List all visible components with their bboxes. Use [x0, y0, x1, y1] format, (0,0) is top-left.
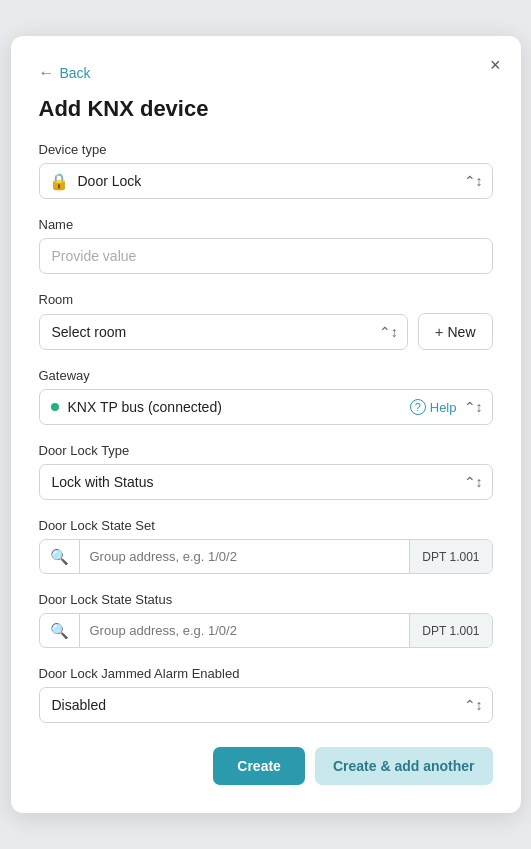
device-type-select-wrapper: 🔒 Door Lock ⌃↕ [39, 163, 493, 199]
back-link[interactable]: ← Back [39, 64, 493, 82]
search-icon: 🔍 [50, 622, 69, 640]
room-select[interactable]: Select room [39, 314, 408, 350]
door-lock-jammed-select-wrapper: Disabled ⌃↕ [39, 687, 493, 723]
door-lock-type-select[interactable]: Lock with Status [39, 464, 493, 500]
help-button[interactable]: ? Help [410, 399, 457, 415]
name-input[interactable] [39, 238, 493, 274]
door-lock-type-label: Door Lock Type [39, 443, 493, 458]
create-button[interactable]: Create [213, 747, 305, 785]
new-room-button[interactable]: + New [418, 313, 493, 350]
door-lock-jammed-label: Door Lock Jammed Alarm Enabled [39, 666, 493, 681]
add-knx-device-modal: × ← Back Add KNX device Device type 🔒 Do… [11, 36, 521, 813]
door-lock-state-status-dpt: DPT 1.001 [409, 614, 491, 647]
door-lock-state-status-input[interactable] [80, 614, 410, 647]
door-lock-state-set-search-button[interactable]: 🔍 [40, 540, 80, 573]
room-row: Select room ⌃↕ + New [39, 313, 493, 350]
door-lock-state-set-row: 🔍 DPT 1.001 [39, 539, 493, 574]
door-lock-state-set-label: Door Lock State Set [39, 518, 493, 533]
device-type-select[interactable]: Door Lock [39, 163, 493, 199]
door-lock-state-set-field: Door Lock State Set 🔍 DPT 1.001 [39, 518, 493, 574]
footer-buttons: Create Create & add another [39, 747, 493, 785]
door-lock-state-status-row: 🔍 DPT 1.001 [39, 613, 493, 648]
search-icon: 🔍 [50, 548, 69, 566]
gateway-label: Gateway [39, 368, 493, 383]
plus-icon: + [435, 323, 444, 340]
name-field: Name [39, 217, 493, 274]
room-field: Room Select room ⌃↕ + New [39, 292, 493, 350]
back-arrow-icon: ← [39, 64, 55, 82]
room-select-wrapper: Select room ⌃↕ [39, 314, 408, 350]
device-type-label: Device type [39, 142, 493, 157]
door-lock-type-field: Door Lock Type Lock with Status ⌃↕ [39, 443, 493, 500]
close-button[interactable]: × [486, 52, 505, 78]
door-lock-state-status-label: Door Lock State Status [39, 592, 493, 607]
create-add-another-button[interactable]: Create & add another [315, 747, 493, 785]
gateway-select-wrapper: KNX TP bus (connected) ? Help ⌃↕ [39, 389, 493, 425]
door-lock-state-status-field: Door Lock State Status 🔍 DPT 1.001 [39, 592, 493, 648]
door-lock-jammed-select[interactable]: Disabled [39, 687, 493, 723]
door-lock-jammed-field: Door Lock Jammed Alarm Enabled Disabled … [39, 666, 493, 723]
name-label: Name [39, 217, 493, 232]
door-lock-type-select-wrapper: Lock with Status ⌃↕ [39, 464, 493, 500]
page-title: Add KNX device [39, 96, 493, 122]
door-lock-state-set-dpt: DPT 1.001 [409, 540, 491, 573]
room-label: Room [39, 292, 493, 307]
gateway-field: Gateway KNX TP bus (connected) ? Help ⌃↕ [39, 368, 493, 425]
help-circle-icon: ? [410, 399, 426, 415]
device-type-field: Device type 🔒 Door Lock ⌃↕ [39, 142, 493, 199]
door-lock-state-set-input[interactable] [80, 540, 410, 573]
door-lock-state-status-search-button[interactable]: 🔍 [40, 614, 80, 647]
